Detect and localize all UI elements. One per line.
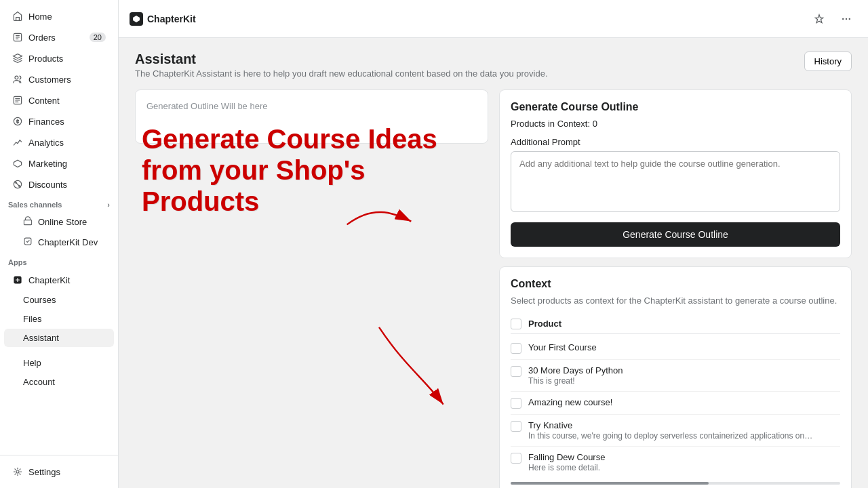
svg-point-11 <box>849 18 850 19</box>
context-description: Select products as context for the Chapt… <box>511 296 840 306</box>
sidebar-item-label: Settings <box>28 467 60 477</box>
sidebar-item-chapterkit-dev[interactable]: ChapterKit Dev <box>4 232 114 252</box>
header-checkbox[interactable] <box>511 319 521 329</box>
sidebar-item-home[interactable]: Home <box>4 6 114 26</box>
sidebar-item-finances[interactable]: Finances <box>4 111 114 131</box>
additional-prompt-input[interactable] <box>511 151 840 212</box>
sidebar-item-online-store[interactable]: Online Store <box>4 212 114 232</box>
context-header-label: Product <box>528 319 561 329</box>
products-in-context: Products in Context: 0 <box>511 119 840 129</box>
content-icon <box>12 95 23 106</box>
context-item: Amazing new course! <box>511 392 840 415</box>
generate-card: Generate Course Outline Products in Cont… <box>499 89 852 258</box>
sidebar-subitem-courses[interactable]: Courses <box>4 291 114 309</box>
sidebar-item-discounts[interactable]: Discounts <box>4 174 114 195</box>
sidebar-footer: Settings <box>0 455 118 488</box>
sidebar-item-label: Account <box>23 377 55 387</box>
page-title: Assistant <box>135 52 548 67</box>
chapterkit-icon <box>12 274 23 285</box>
context-item: Falling Dew Course Here is some detail. <box>511 447 840 478</box>
scroll-thumb <box>511 482 709 485</box>
sidebar-nav: Home Orders 20 Products Customers Cont <box>0 0 118 455</box>
sidebar-item-label: Courses <box>23 295 56 305</box>
svg-point-10 <box>846 18 847 19</box>
left-column: Generated Outline Will be here Generate … <box>135 89 488 488</box>
finances-icon <box>12 116 23 127</box>
context-card-title: Context <box>511 278 840 290</box>
sidebar-item-label: Assistant <box>23 333 59 343</box>
context-item-text: Falling Dew Course Here is some detail. <box>528 452 605 472</box>
svg-point-9 <box>842 18 844 19</box>
sidebar-item-label: Help <box>23 358 41 368</box>
products-icon <box>12 53 23 64</box>
app-name: ChapterKit <box>147 14 196 24</box>
sidebar-item-label: Customers <box>28 75 71 85</box>
sidebar-item-label: Marketing <box>28 159 67 169</box>
additional-prompt-label: Additional Prompt <box>511 137 840 147</box>
settings-icon <box>12 466 23 477</box>
logo-icon <box>130 12 143 26</box>
svg-point-1 <box>15 76 18 79</box>
generate-course-outline-button[interactable]: Generate Course Outline <box>511 222 840 247</box>
context-item-checkbox[interactable] <box>511 366 521 377</box>
analytics-icon <box>12 137 23 148</box>
sidebar-item-content[interactable]: Content <box>4 90 114 110</box>
sidebar-item-products[interactable]: Products <box>4 48 114 68</box>
sidebar-item-label: Discounts <box>28 180 67 190</box>
context-list: Your First Course 30 More Days of Python… <box>511 337 840 478</box>
sidebar-item-label: Analytics <box>28 138 64 148</box>
context-item-text: Your First Course <box>528 342 597 352</box>
sidebar-item-analytics[interactable]: Analytics <box>4 132 114 152</box>
orders-icon <box>12 32 23 43</box>
sidebar-item-account[interactable]: Account <box>4 373 114 391</box>
sidebar-item-label: Orders <box>28 33 56 43</box>
more-options-button[interactable] <box>835 8 857 30</box>
promo-line2: from your Shop's Products <box>142 155 488 217</box>
sidebar-subitem-assistant[interactable]: Assistant <box>4 329 114 347</box>
apps-section: Apps <box>0 253 118 269</box>
context-item-checkbox[interactable] <box>511 398 521 409</box>
chevron-icon: › <box>107 201 110 209</box>
context-item-checkbox[interactable] <box>511 421 521 432</box>
sidebar-item-marketing[interactable]: Marketing <box>4 153 114 174</box>
home-icon <box>12 11 23 22</box>
context-item-text: Try Knative In this course, we're going … <box>528 420 813 441</box>
sidebar-item-help[interactable]: Help <box>4 354 114 372</box>
sidebar-item-chapterkit[interactable]: ChapterKit <box>4 270 114 290</box>
sidebar-item-label: ChapterKit <box>28 275 70 285</box>
context-item-checkbox[interactable] <box>511 343 521 354</box>
content-area: Assistant The ChapterKit Assistant is he… <box>119 38 868 488</box>
main-content: ChapterKit Assistant The ChapterKit Assi… <box>119 0 868 488</box>
sidebar-item-label: Files <box>23 314 41 324</box>
app-icon <box>23 237 33 248</box>
scroll-indicator <box>511 482 840 485</box>
svg-point-8 <box>16 470 19 473</box>
context-header-row: Product <box>511 314 840 334</box>
page-header: Assistant The ChapterKit Assistant is he… <box>135 52 852 79</box>
sidebar-item-label: Home <box>28 12 52 22</box>
context-card: Context Select products as context for t… <box>499 266 852 488</box>
context-item: Your First Course <box>511 337 840 360</box>
sidebar-item-customers[interactable]: Customers <box>4 69 114 89</box>
sidebar: Home Orders 20 Products Customers Cont <box>0 0 119 488</box>
pin-button[interactable] <box>808 8 830 30</box>
orders-badge: 20 <box>90 33 106 42</box>
sidebar-item-label: Online Store <box>38 217 87 227</box>
store-icon <box>23 216 33 228</box>
context-item: 30 More Days of Python This is great! <box>511 360 840 392</box>
sidebar-item-orders[interactable]: Orders 20 <box>4 27 114 47</box>
arrows-overlay <box>135 89 488 488</box>
context-item-text: 30 More Days of Python This is great! <box>528 365 623 386</box>
outline-placeholder: Generated Outline Will be here <box>146 101 267 111</box>
history-button[interactable]: History <box>804 52 852 71</box>
svg-rect-5 <box>24 220 31 225</box>
sidebar-subitem-files[interactable]: Files <box>4 310 114 328</box>
outline-box: Generated Outline Will be here <box>135 89 488 144</box>
sidebar-item-settings[interactable]: Settings <box>4 462 114 482</box>
context-item-text: Amazing new course! <box>528 397 612 407</box>
context-item-checkbox[interactable] <box>511 453 521 464</box>
marketing-icon <box>12 158 23 169</box>
right-column: Generate Course Outline Products in Cont… <box>499 89 852 488</box>
app-logo: ChapterKit <box>130 12 196 26</box>
sidebar-item-label: ChapterKit Dev <box>38 237 98 247</box>
